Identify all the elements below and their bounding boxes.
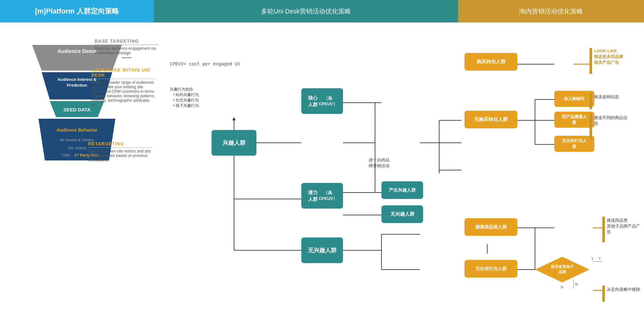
header: [m]Platform 人群定向策略 多轮Uni Desk营销活动优化策略 淘内… (0, 0, 644, 22)
jiaru-gouwuche-node: 加入购物车 (554, 91, 594, 107)
flowchart: CPEUV= cost per engaged UV 兴趣行为包括 • 站内兴趣… (163, 35, 448, 310)
svg-text:Prediction: Prediction (67, 83, 87, 88)
sousuo-pinlei-node: 搜索类品类人群 (464, 218, 517, 236)
header-right-title: 淘内营销活动优化策略 (519, 7, 583, 16)
right-flowchart: Y N 购买转化人群 无购买转化人群 加入购物车 同 (464, 35, 638, 310)
header-right: 淘内营销活动优化策略 (458, 0, 644, 22)
yes-label: Y (591, 257, 594, 261)
header-left: [m]Platform 人群定向策略 (0, 0, 154, 22)
tongyichan-sousuo-node: 同产品搜索人群 (554, 112, 594, 128)
xinqu-renqun-node: 兴趛人群 (212, 130, 256, 156)
left-panel: Audience Demo Audience Interest & Predic… (0, 29, 154, 310)
tuisong-butong: 推送不同的商品信息 (594, 115, 644, 126)
cong-dingxiang: 从定向策略中移除 (607, 287, 644, 292)
wuren-hexing-bottom-node: 无任何行为人群 (464, 260, 517, 278)
svg-text:SEED DATA: SEED DATA (63, 107, 91, 112)
mid-panel: CPEUV= cost per engaged UV 兴趣行为包括 • 站内兴趣… (154, 29, 458, 310)
wuxingqu-renqun-mid-node: 无兴趛人群 (381, 205, 423, 223)
svg-text:Site Visitors: Site Visitors (68, 146, 86, 150)
butong-desc: 推送不同的商品信息 (594, 115, 644, 126)
base-targeting-desc: Maximize audience engagement via customi… (95, 46, 159, 55)
tuisong-tonglei: 推送同品类其他子品牌产品广告 (607, 218, 644, 235)
flowchart-svg (163, 35, 500, 310)
jinyibu-label: 进一步的品牌营销活动 (369, 157, 394, 169)
dingxiang-desc: 从定向策略中移除 (607, 287, 644, 292)
lookalike-box: LOOKALIKE WITHIN UNI DESK Reach a broade… (91, 67, 155, 107)
gold-bar-2 (590, 93, 592, 109)
svg-text:Audience Behavior: Audience Behavior (57, 127, 97, 133)
svg-text:N: N (575, 282, 578, 287)
base-targeting-box: BASE TARGETING Maximize audience engagem… (95, 39, 159, 55)
gold-bar-1 (590, 48, 592, 74)
funnel-diagram: Audience Demo Audience Interest & Predic… (10, 35, 144, 223)
look-like-desc: LOOK-LIKE推送更多同品牌相关产品广告 (594, 48, 644, 66)
svg-text:Y: Y (598, 256, 601, 261)
look-like-title: LOOK-LIKE推送更多同品牌相关产品广告 (594, 48, 644, 66)
no-label: N (561, 285, 564, 289)
svg-text:CRM: CRM (62, 153, 70, 157)
svg-marker-15 (232, 117, 236, 120)
goumai-zhuanhua-node: 购买转化人群 (464, 53, 517, 71)
wuren-hexing-top-node: 无任何行为人群 (554, 136, 594, 152)
wuxingqu-renqun-bottom-node: 无兴趛人群 (301, 237, 343, 263)
header-mid: 多轮Uni Desk营销活动优化策略 (154, 0, 458, 22)
shifou-qita-diamond: 是否有其他子品牌 (535, 257, 590, 282)
lookalike-desc: Reach a broader range of audiences who l… (91, 80, 155, 107)
right-panel: Y N 购买转化人群 无购买转化人群 加入购物车 同 (458, 29, 644, 310)
lookalike-label: LOOKALIKE WITHIN UNI DESK (91, 67, 155, 79)
tonglei-desc: 推送同品类其他子品牌产品广告 (607, 218, 644, 235)
svg-text:Audience Demo: Audience Demo (58, 48, 96, 54)
header-mid-title: 多轮Uni Desk营销活动优化策略 (261, 7, 351, 16)
base-targeting-label: BASE TARGETING (95, 39, 159, 45)
gold-bar-3 (590, 114, 592, 140)
funnel-svg: Audience Demo Audience Interest & Predic… (10, 35, 144, 221)
hexin-renqun-node: 核心人群（低 CPEUV） (301, 88, 343, 114)
chansheng-xinqu-node: 产生兴趛人群 (381, 181, 423, 199)
svg-text:Audience Interest &: Audience Interest & (57, 77, 96, 82)
wugoumai-zhuanhua-node: 无购买转化人群 (464, 111, 517, 128)
retargeting-box: RETARGETING Reach your own site visitors… (88, 141, 152, 162)
retargeting-desc: Reach your own site visitors and ads vie… (88, 149, 152, 162)
gold-bar-5 (602, 286, 605, 302)
gold-bar-4 (602, 217, 605, 242)
retargeting-label: RETARGETING (88, 141, 152, 148)
cuxiao-desc: 推送促销信息 (594, 94, 644, 100)
header-left-title: [m]Platform 人群定向策略 (35, 6, 119, 16)
tuisong-cuxiao: 推送促销信息 (594, 94, 644, 100)
main-content: Audience Demo Audience Interest & Predic… (0, 22, 644, 310)
qianli-renqun-node: 潜力人群（高 CPEUV） (301, 183, 343, 209)
